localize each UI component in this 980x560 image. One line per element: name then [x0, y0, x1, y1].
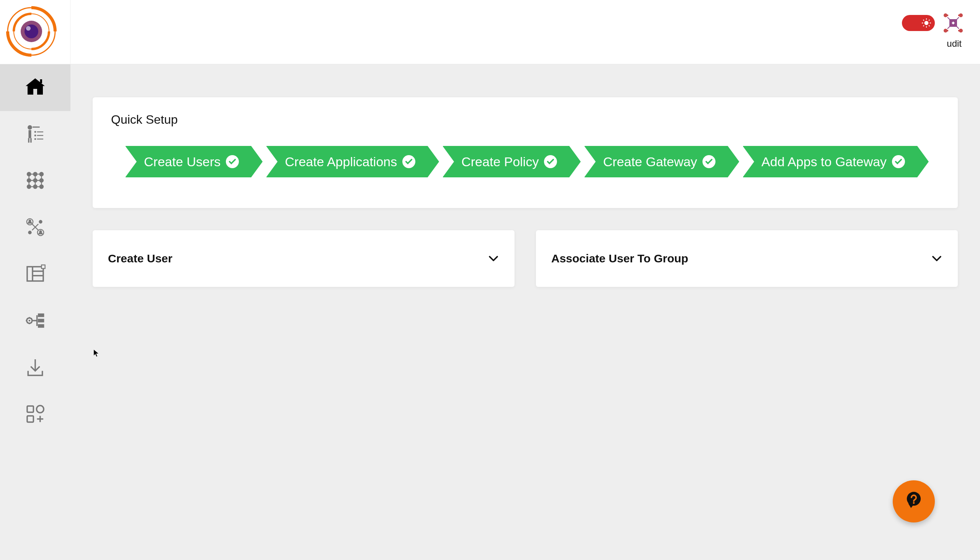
app-logo-icon	[5, 5, 58, 60]
step-label: Create Policy	[461, 154, 539, 169]
svg-rect-66	[42, 265, 45, 268]
svg-point-37	[35, 138, 37, 140]
sidebar	[0, 64, 70, 560]
svg-rect-27	[40, 79, 43, 83]
step-create-users[interactable]: Create Users	[126, 146, 251, 177]
svg-rect-21	[958, 30, 960, 32]
svg-rect-19	[947, 30, 948, 32]
quick-setup-card: Quick Setup Create Users Create Applicat…	[93, 97, 958, 208]
nav-layout[interactable]	[0, 251, 70, 298]
svg-line-9	[929, 25, 930, 26]
svg-rect-32	[33, 127, 40, 128]
svg-rect-62	[27, 267, 43, 281]
download-icon	[25, 357, 46, 380]
svg-rect-30	[28, 138, 30, 143]
svg-rect-77	[27, 416, 33, 422]
svg-rect-15	[947, 15, 948, 16]
svg-point-81	[913, 502, 915, 504]
svg-line-13	[929, 20, 930, 21]
tree-config-icon	[25, 310, 46, 333]
sun-icon	[920, 17, 932, 29]
svg-point-4	[26, 26, 31, 31]
svg-rect-71	[38, 313, 44, 317]
panel-title: Associate User To Group	[551, 252, 688, 265]
help-icon	[903, 490, 925, 513]
user-avatar-icon[interactable]	[942, 12, 965, 35]
svg-rect-36	[37, 135, 43, 136]
svg-point-76	[37, 406, 44, 413]
help-button[interactable]	[893, 480, 935, 522]
svg-point-60	[40, 221, 42, 223]
svg-rect-75	[27, 406, 33, 412]
check-circle-icon	[892, 155, 905, 168]
check-circle-icon	[544, 155, 557, 168]
panel-associate-user-to-group[interactable]: Associate User To Group	[536, 230, 958, 287]
svg-rect-31	[30, 138, 32, 143]
svg-point-5	[925, 21, 929, 25]
chevron-down-icon	[488, 253, 499, 264]
check-circle-icon	[703, 155, 716, 168]
svg-point-68	[29, 320, 31, 322]
add-module-icon	[25, 403, 46, 426]
nav-onboarding[interactable]	[0, 111, 70, 158]
logo-container	[0, 0, 70, 64]
nav-grid[interactable]	[0, 158, 70, 205]
check-circle-icon	[402, 155, 415, 168]
main-content: Quick Setup Create Users Create Applicat…	[70, 64, 980, 560]
app-header: udit	[0, 0, 980, 64]
home-icon	[24, 75, 47, 100]
check-circle-icon	[226, 155, 239, 168]
svg-point-61	[29, 232, 32, 234]
svg-point-33	[35, 131, 37, 133]
layout-icon	[25, 263, 46, 286]
step-label: Create Applications	[285, 154, 397, 169]
panels-row: Create User Associate User To Group	[93, 230, 958, 287]
chevron-down-icon	[931, 253, 942, 264]
svg-line-8	[924, 20, 924, 21]
step-add-apps-to-gateway[interactable]: Add Apps to Gateway	[743, 146, 917, 177]
person-list-icon	[25, 123, 46, 146]
svg-point-28	[28, 125, 32, 130]
step-create-applications[interactable]: Create Applications	[266, 146, 428, 177]
step-label: Create Gateway	[603, 154, 697, 169]
nav-tree-config[interactable]	[0, 298, 70, 345]
nav-user-network[interactable]	[0, 205, 70, 251]
svg-line-12	[924, 25, 924, 26]
svg-point-35	[35, 135, 37, 137]
nav-home[interactable]	[0, 64, 70, 111]
user-network-icon	[25, 217, 46, 239]
step-create-gateway[interactable]: Create Gateway	[585, 146, 728, 177]
svg-rect-17	[958, 15, 960, 16]
quick-setup-steps: Create Users Create Applications Create …	[111, 146, 939, 177]
header-controls: udit	[902, 0, 980, 49]
nav-download[interactable]	[0, 345, 70, 392]
panel-create-user[interactable]: Create User	[93, 230, 515, 287]
quick-setup-title: Quick Setup	[111, 113, 939, 127]
user-name-label: udit	[947, 38, 965, 49]
svg-point-3	[25, 25, 38, 38]
panel-title: Create User	[108, 252, 172, 265]
step-label: Create Users	[144, 154, 221, 169]
svg-rect-73	[38, 324, 44, 327]
theme-toggle[interactable]	[902, 15, 935, 31]
step-create-policy[interactable]: Create Policy	[443, 146, 569, 177]
svg-rect-38	[37, 139, 43, 140]
svg-rect-72	[38, 319, 44, 322]
svg-rect-29	[29, 130, 32, 138]
step-label: Add Apps to Gateway	[761, 154, 887, 169]
svg-rect-34	[37, 132, 43, 132]
nav-add-module[interactable]	[0, 392, 70, 438]
grid-dots-icon	[25, 170, 46, 193]
